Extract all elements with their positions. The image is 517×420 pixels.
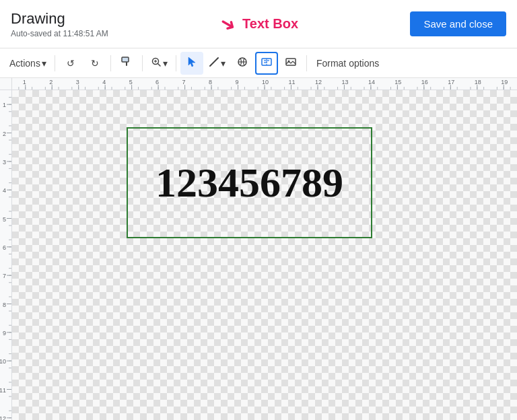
toolbar-divider-4	[176, 55, 176, 71]
link-button[interactable]	[231, 52, 254, 75]
ruler-left: 123456789101112	[0, 90, 12, 420]
autosave-status: Auto-saved at 11:48:51 AM	[11, 29, 108, 38]
paint-format-icon	[121, 57, 132, 69]
svg-text:4: 4	[102, 79, 106, 85]
svg-line-7	[210, 58, 218, 66]
svg-text:6: 6	[156, 79, 159, 85]
svg-rect-0	[122, 57, 129, 62]
ruler-top-container: 12345678910111213141516171819 123456789	[12, 78, 517, 420]
svg-text:19: 19	[501, 79, 508, 85]
text-box-content: 123456789	[156, 159, 343, 207]
svg-text:15: 15	[394, 79, 401, 85]
drawing-canvas[interactable]: 123456789	[12, 90, 517, 420]
svg-text:11: 11	[288, 79, 295, 85]
actions-label: Actions	[9, 58, 40, 69]
svg-rect-14	[286, 59, 296, 65]
format-options-button[interactable]: Format options	[311, 55, 384, 71]
ruler-top: 12345678910111213141516171819	[12, 78, 517, 90]
svg-text:2: 2	[3, 131, 6, 137]
link-icon	[237, 57, 248, 69]
svg-text:5: 5	[3, 216, 6, 223]
undo-button[interactable]: ↺	[59, 52, 82, 75]
line-button[interactable]: ▾	[205, 52, 230, 75]
svg-text:12: 12	[315, 79, 322, 85]
select-button[interactable]	[180, 52, 203, 75]
tooltip-area: ➜ Text Box	[220, 13, 298, 35]
svg-text:10: 10	[0, 358, 6, 365]
line-icon	[209, 57, 219, 69]
ruler-corner	[0, 78, 12, 90]
svg-text:11: 11	[0, 387, 6, 394]
svg-rect-1	[126, 62, 127, 66]
redo-icon: ↻	[91, 58, 99, 69]
svg-text:14: 14	[368, 79, 375, 85]
svg-text:1: 1	[3, 102, 6, 108]
actions-menu-button[interactable]: Actions ▾	[5, 52, 50, 75]
svg-text:8: 8	[3, 302, 6, 308]
svg-text:6: 6	[3, 244, 6, 251]
svg-text:12: 12	[0, 415, 6, 420]
redo-button[interactable]: ↻	[83, 52, 106, 75]
undo-icon: ↺	[67, 58, 75, 69]
save-and-close-button[interactable]: Save and close	[410, 11, 506, 36]
canvas-area: 123456789101112 123456789101112131415161…	[0, 78, 517, 420]
svg-line-3	[158, 64, 160, 67]
svg-text:8: 8	[209, 79, 212, 85]
actions-chevron-icon: ▾	[42, 58, 46, 69]
paint-format-button[interactable]	[115, 52, 138, 75]
zoom-chevron-icon: ▾	[163, 58, 168, 69]
svg-text:3: 3	[76, 79, 79, 85]
header-left: Drawing Auto-saved at 11:48:51 AM	[11, 10, 108, 38]
tooltip-arrow-icon: ➜	[215, 10, 240, 37]
toolbar-divider-1	[55, 55, 55, 71]
tooltip-label: Text Box	[242, 16, 298, 32]
svg-text:10: 10	[262, 79, 269, 85]
toolbar: Actions ▾ ↺ ↻ ▾	[0, 48, 517, 78]
textbox-icon	[261, 57, 272, 69]
svg-text:13: 13	[341, 79, 348, 85]
svg-text:3: 3	[3, 159, 6, 166]
image-button[interactable]	[279, 52, 302, 75]
toolbar-divider-3	[142, 55, 143, 71]
svg-text:17: 17	[448, 79, 454, 85]
text-box[interactable]: 123456789	[127, 127, 372, 238]
svg-text:4: 4	[3, 187, 6, 194]
svg-text:5: 5	[129, 79, 133, 85]
svg-text:7: 7	[182, 79, 186, 85]
toolbar-divider-5	[306, 55, 307, 71]
select-cursor-icon	[186, 57, 197, 69]
zoom-button[interactable]: ▾	[147, 52, 172, 75]
svg-text:18: 18	[475, 79, 481, 85]
svg-text:1: 1	[23, 79, 26, 85]
svg-text:16: 16	[421, 79, 428, 85]
zoom-icon	[151, 57, 162, 69]
svg-text:9: 9	[236, 79, 239, 85]
line-chevron-icon: ▾	[221, 58, 226, 69]
svg-text:9: 9	[3, 330, 6, 337]
header: Drawing Auto-saved at 11:48:51 AM ➜ Text…	[0, 0, 517, 48]
svg-text:7: 7	[3, 273, 6, 279]
image-icon	[285, 57, 296, 69]
svg-marker-6	[188, 57, 195, 67]
toolbar-divider-2	[110, 55, 111, 71]
svg-text:2: 2	[49, 79, 53, 85]
app-title: Drawing	[11, 10, 108, 28]
textbox-tool-button[interactable]	[255, 52, 278, 75]
